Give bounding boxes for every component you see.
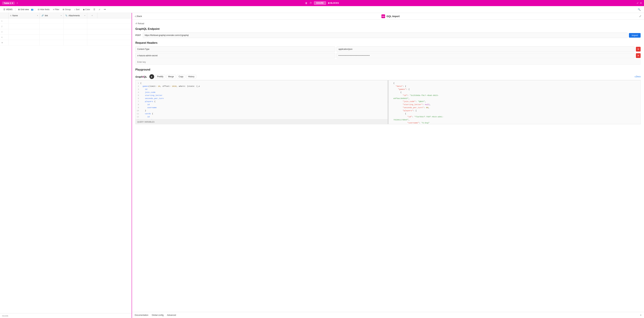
delete-header-2-btn[interactable]: ✕ [636, 53, 640, 58]
blocks-button[interactable]: ⊞ BLOCKS [328, 2, 339, 4]
endpoint-section-title: GraphQL Endpoint [135, 28, 640, 31]
cell-link-4[interactable] [40, 35, 64, 40]
cell-name-4[interactable] [8, 35, 40, 40]
code-line-5: 5 starting_letter [136, 94, 388, 97]
result-line-5: "id": "3c2539da-f9c7-4ba6-8923- [389, 94, 640, 97]
user-groups-icon[interactable]: 👥 [31, 8, 34, 11]
reload-label: Reload [138, 22, 144, 25]
cell-attachments-1[interactable] [64, 18, 87, 24]
row-num-header [0, 13, 8, 18]
header1-val-input[interactable] [336, 46, 634, 52]
gql-icon: GQL [382, 15, 385, 18]
status-bar: records [0, 313, 132, 318]
col-header-add[interactable]: + [87, 13, 97, 18]
group-label: Group [65, 8, 70, 11]
copy-button[interactable]: Copy [177, 75, 185, 78]
result-line-14: "username": "G-Dog" [389, 121, 640, 124]
query-editor[interactable]: 1 { 2 games(limit: 10, offset: 1010, whe… [136, 80, 388, 124]
link-col-icon: 🔗 [42, 15, 44, 17]
col-header-name[interactable]: A Name ▾ [8, 13, 40, 18]
play-button[interactable]: ▶ [150, 74, 154, 79]
search-button[interactable]: 🔍 [636, 8, 642, 12]
history-button[interactable]: History [186, 75, 196, 78]
color-button[interactable]: ◉ Color [82, 8, 92, 11]
header2-key-input[interactable] [135, 53, 335, 58]
prettify-button[interactable]: Prettify [155, 75, 165, 78]
cell-link-1[interactable] [40, 18, 64, 24]
add-col-icon: + [92, 15, 93, 17]
sort-button[interactable]: ↕ Sort [73, 8, 81, 11]
col-header-attachments[interactable]: 📎 Attachments ▾ [64, 13, 87, 18]
expand-icon[interactable]: ⤢ [636, 2, 638, 5]
group-icon: ⊞ [62, 8, 64, 11]
result-line-4: { [389, 91, 640, 94]
cell-link-2[interactable] [40, 24, 64, 29]
cell-name-add[interactable] [8, 40, 40, 45]
cell-link-3[interactable] [40, 29, 64, 34]
header1-key-input[interactable] [135, 46, 335, 52]
chevron-left-icon: ◁ [634, 75, 636, 78]
right-panel: ◁ Back GQL GQL Import ⤢ ↺ Reload GraphQL… [132, 13, 644, 318]
right-panel-content: ↺ Reload GraphQL Endpoint POST Import Re… [132, 20, 644, 312]
reload-button[interactable]: ↺ Reload [135, 22, 144, 25]
cell-name-3[interactable] [8, 29, 40, 34]
cell-name-2[interactable] [8, 24, 40, 29]
filter-button[interactable]: ≡ Filter [52, 8, 61, 11]
share-button[interactable]: SHARE [314, 1, 326, 5]
cell-attachments-2[interactable] [64, 24, 87, 29]
more-options-button[interactable]: ••• [102, 8, 107, 11]
query-vars-label: QUERY VARIABLES [137, 121, 154, 123]
history-icon[interactable]: ⏱ [310, 2, 312, 5]
close-panel-top-icon[interactable]: ✕ [640, 2, 642, 5]
enter-key-input[interactable] [135, 59, 640, 65]
col-header-link[interactable]: 🔗 link ▾ [40, 13, 64, 18]
code-line-2: 2 games(limit: 10, offset: 1010, where: … [136, 85, 388, 88]
close-right-panel-btn[interactable]: ⤢ [639, 15, 641, 18]
table-row: 3 [0, 29, 132, 35]
table-name-label: Table 1 [4, 2, 11, 5]
merge-button[interactable]: Merge [166, 75, 176, 78]
add-table-btn[interactable]: ＋ [16, 2, 18, 5]
grid-view-button[interactable]: ⊞ Grid view [17, 8, 30, 11]
header2-val-input[interactable] [336, 53, 634, 58]
docs-button[interactable]: ◁ Docs [634, 75, 640, 78]
code-line-1: 1 { [136, 82, 388, 85]
code-line-6: 6 seconds_per_turn [136, 97, 388, 100]
table-name-btn[interactable]: Table 1 ▾ [2, 2, 15, 5]
endpoint-input[interactable] [143, 33, 628, 38]
code-line-3: 3 id [136, 88, 388, 91]
toolbar-right: 🔍 [636, 8, 642, 12]
import-button[interactable]: Import [629, 33, 640, 38]
cell-attachments-4[interactable] [64, 35, 87, 40]
row-height-button[interactable]: ☰ [92, 8, 96, 11]
headers-section: Request Headers ✕ ✕ [135, 41, 640, 65]
advanced-btn[interactable]: Advanced [167, 314, 176, 316]
grid-icon: ⊞ [18, 8, 20, 11]
result-line-12: "id": "f2a7b5cf-758f-46c9-ade1- [389, 115, 640, 118]
left-panel: A Name ▾ 🔗 link ▾ 📎 Attachments ▾ + 1 [0, 13, 132, 318]
expand-all-button[interactable]: ⤢ [97, 8, 102, 11]
method-label: POST [135, 34, 142, 37]
back-button[interactable]: ◁ Back [135, 15, 142, 18]
group-button[interactable]: ⊞ Group [61, 8, 72, 11]
table-row: 2 [0, 24, 132, 29]
cell-attachments-3[interactable] [64, 29, 87, 34]
graphiql-label: GraphiQL [135, 75, 147, 78]
cell-attachments-add[interactable] [64, 40, 87, 45]
trash-icon[interactable]: 🗑 [305, 2, 308, 5]
hide-fields-button[interactable]: ⊟ Hide fields [36, 8, 51, 11]
views-button[interactable]: ☰ VIEWS [2, 8, 14, 11]
toolbar: ☰ VIEWS ⊞ Grid view 👥 ⊟ Hide fields ≡ Fi… [0, 6, 644, 13]
sort-label: Sort [76, 8, 80, 11]
table-row-add: + [0, 40, 132, 45]
add-row-btn[interactable]: + [0, 40, 8, 45]
documentation-btn[interactable]: Documentation [135, 314, 148, 316]
delete-header-1-btn[interactable]: ✕ [636, 47, 640, 52]
cell-link-add[interactable] [40, 40, 64, 45]
cell-name-1[interactable] [8, 18, 40, 24]
filter-icon: ≡ [53, 8, 54, 11]
name-col-sort: ▾ [37, 15, 38, 17]
global-config-btn[interactable]: Global config [152, 314, 164, 316]
header-row-1: ✕ [135, 46, 640, 52]
reload-icon: ↺ [135, 22, 137, 25]
